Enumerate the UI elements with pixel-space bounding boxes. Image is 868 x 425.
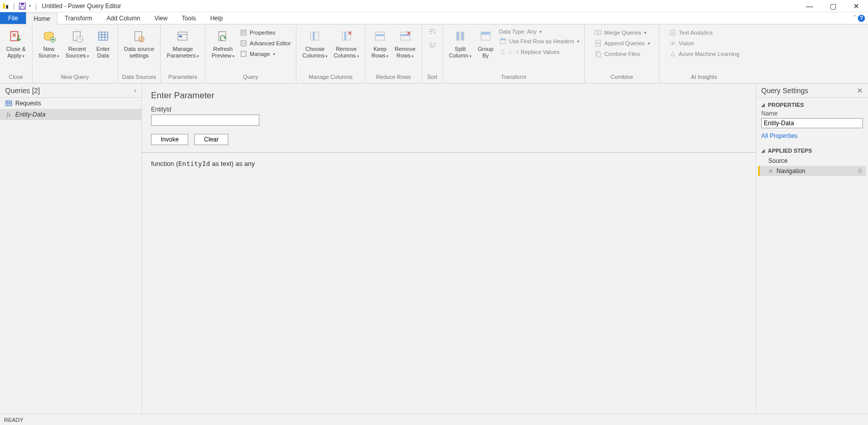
replace-values-button[interactable]: 1→2 Replace Values (497, 47, 581, 57)
append-icon (594, 39, 602, 47)
merge-queries-button[interactable]: Merge Queries▾ (592, 27, 652, 38)
remove-rows-button[interactable]: Remove Rows▾ (392, 26, 418, 60)
advanced-editor-button[interactable]: Advanced Editor (237, 38, 293, 48)
queries-list: Requests fx Entity-Data (0, 98, 141, 414)
recent-sources-label: Recent Sources (65, 46, 86, 59)
name-label: Name (761, 110, 863, 117)
query-name-input[interactable] (761, 118, 863, 128)
text-analytics-label: Text Analytics (679, 30, 713, 36)
status-bar: READY (0, 414, 868, 425)
applied-steps-section-header[interactable]: ◢ APPLIED STEPS (756, 144, 868, 156)
azure-ml-label: Azure Machine Learning (679, 51, 739, 57)
menu-tools[interactable]: Tools (174, 12, 203, 24)
group-by-button[interactable]: Group By (474, 26, 497, 59)
data-type-button[interactable]: Data Type: Any▾ (497, 27, 581, 36)
menu-add-column[interactable]: Add Column (100, 12, 147, 24)
vision-button[interactable]: Vision (667, 38, 741, 48)
step-navigation[interactable]: ✕ Navigation ⚙ (758, 166, 866, 176)
query-item-requests[interactable]: Requests (0, 98, 141, 109)
menu-home[interactable]: Home (26, 13, 57, 24)
manage-parameters-label: Manage Parameters (167, 46, 196, 59)
text-analytics-button[interactable]: AText Analytics (667, 27, 741, 38)
new-source-button[interactable]: New Source▾ (36, 26, 63, 60)
queries-pane: Queries [2] ‹ Requests fx Entity-Data (0, 83, 142, 414)
queries-header: Queries [2] ‹ (0, 83, 141, 98)
new-source-label: New Source (39, 46, 56, 59)
menu-help[interactable]: Help (203, 12, 230, 24)
keep-rows-icon (372, 29, 388, 45)
close-window-button[interactable]: ✕ (845, 0, 868, 12)
first-row-icon (499, 37, 507, 45)
remove-rows-icon (397, 29, 413, 45)
all-properties-link[interactable]: All Properties (756, 128, 868, 144)
split-column-button[interactable]: Split Column▾ (446, 26, 474, 60)
step-gear-icon[interactable]: ⚙ (857, 167, 863, 175)
query-settings-pane: Query Settings ✕ ◢ PROPERTIES Name All P… (756, 83, 868, 414)
qat-dropdown-icon[interactable]: ▾ (29, 4, 31, 8)
svg-rect-28 (313, 32, 315, 40)
collapse-queries-icon[interactable]: ‹ (134, 87, 136, 94)
properties-section-header[interactable]: ◢ PROPERTIES (756, 98, 868, 110)
first-row-headers-button[interactable]: Use First Row as Headers▾ (497, 36, 581, 46)
help-icon[interactable]: ? (858, 15, 865, 22)
collapse-triangle-icon: ◢ (761, 148, 765, 153)
status-text: READY (4, 417, 23, 423)
ribbon-group-ai-insights: AText Analytics Vision Azure Machine Lea… (660, 24, 749, 83)
query-settings-header: Query Settings ✕ (756, 83, 868, 98)
app-logo-icon (2, 3, 9, 10)
svg-rect-46 (597, 52, 601, 57)
function-signature: function (EntityId as text) as any (142, 153, 756, 175)
step-source[interactable]: Source (758, 156, 866, 166)
manage-icon (240, 50, 248, 58)
maximize-button[interactable]: ▢ (821, 0, 845, 12)
svg-rect-26 (241, 51, 246, 56)
ribbon-group-manage-columns: Choose Columns▾ Remove Columns▾ Manage C… (296, 24, 366, 83)
svg-rect-10 (99, 32, 108, 40)
vision-label: Vision (679, 40, 694, 46)
close-settings-icon[interactable]: ✕ (857, 87, 863, 95)
append-queries-button[interactable]: Append Queries▾ (592, 38, 652, 48)
remove-columns-button[interactable]: Remove Columns▾ (331, 26, 362, 60)
manage-query-button[interactable]: Manage▾ (237, 49, 293, 59)
manage-parameters-button[interactable]: Manage Parameters▾ (164, 26, 202, 60)
menu-transform[interactable]: Transform (57, 12, 99, 24)
sort-desc-button[interactable] (428, 41, 436, 49)
merge-queries-label: Merge Queries (604, 30, 641, 36)
first-row-headers-label: Use First Row as Headers (509, 38, 574, 44)
query-item-entity-data[interactable]: fx Entity-Data (0, 109, 141, 120)
append-queries-label: Append Queries (604, 40, 645, 46)
keep-rows-button[interactable]: Keep Rows▾ (369, 26, 392, 60)
replace-icon (499, 48, 507, 56)
choose-columns-button[interactable]: Choose Columns▾ (300, 26, 331, 60)
menu-view[interactable]: View (147, 12, 175, 24)
invoke-button[interactable]: Invoke (151, 134, 188, 145)
ribbon: Close & Apply▾ Close New Source▾ Recent … (0, 24, 868, 83)
close-apply-button[interactable]: Close & Apply▾ (3, 26, 29, 60)
ribbon-group-query: Refresh Preview▾ Properties Advanced Edi… (205, 24, 296, 83)
properties-button[interactable]: Properties (237, 27, 293, 38)
recent-sources-button[interactable]: Recent Sources▾ (62, 26, 92, 60)
combine-files-button[interactable]: Combine Files (592, 49, 652, 59)
enter-data-button[interactable]: Enter Data (92, 26, 114, 59)
azure-ml-button[interactable]: Azure Machine Learning (667, 49, 741, 59)
sort-asc-button[interactable] (428, 27, 436, 36)
vision-icon (669, 39, 677, 47)
collapse-triangle-icon: ◢ (761, 102, 765, 107)
save-icon[interactable] (19, 3, 26, 10)
enter-parameter-title: Enter Parameter (151, 91, 746, 101)
minimize-button[interactable]: — (798, 0, 821, 12)
ribbon-collapse-icon[interactable]: ˆ (854, 15, 856, 22)
enter-data-icon (95, 29, 111, 45)
clear-button[interactable]: Clear (194, 134, 228, 145)
replace-values-label: Replace Values (521, 49, 559, 55)
signature-suffix: as text) as any (210, 160, 255, 167)
refresh-preview-button[interactable]: Refresh Preview▾ (208, 26, 237, 60)
queries-title: Queries [2] (5, 87, 40, 95)
menu-file[interactable]: File (0, 12, 26, 24)
signature-param: EntityId (178, 160, 210, 167)
properties-icon (240, 29, 248, 37)
svg-rect-43 (595, 40, 601, 43)
data-source-settings-button[interactable]: Data source settings (121, 26, 157, 59)
parameter-input[interactable] (151, 115, 259, 126)
delete-step-icon[interactable]: ✕ (768, 168, 774, 175)
